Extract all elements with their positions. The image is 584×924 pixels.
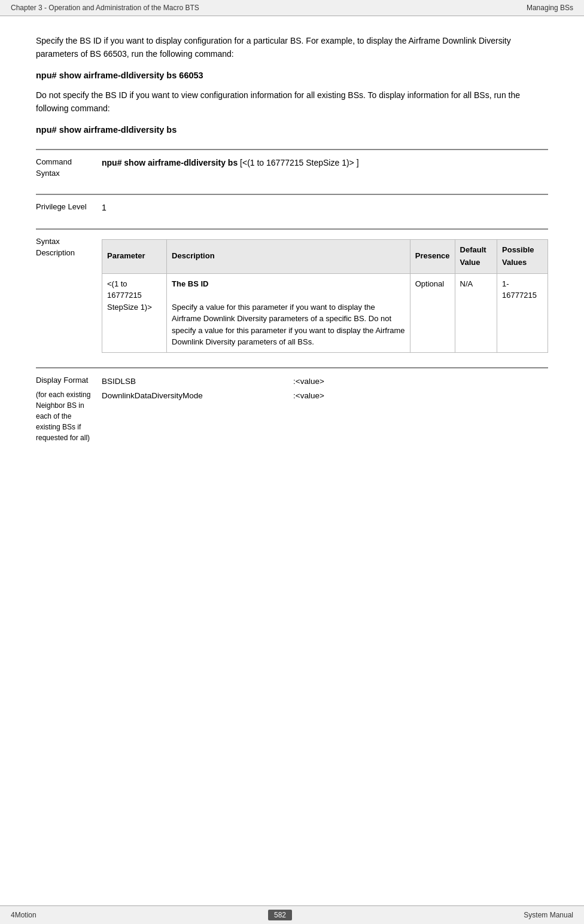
command-syntax-content: npu# show airframe-dldiversity bs [<(1 t… <box>102 156 548 179</box>
col-parameter: Parameter <box>102 239 167 273</box>
col-presence: Presence <box>410 239 455 273</box>
footer-right: System Manual <box>524 911 573 919</box>
command-2: npu# show airframe-dldiversity bs <box>36 125 548 135</box>
footer-page-number: 582 <box>268 910 292 920</box>
display-value: :<value> <box>293 374 324 389</box>
display-format-label: Display Format (for each existing Neighb… <box>36 374 102 444</box>
command-syntax-suffix: [<(1 to 16777215 StepSize 1)> ] <box>240 158 358 167</box>
syntax-description-label: Syntax Description <box>36 236 102 353</box>
display-field: BSIDLSB <box>102 374 257 389</box>
cell-presence: Optional <box>410 273 455 352</box>
command-syntax-section: Command Syntax npu# show airframe-dldive… <box>36 149 548 179</box>
cell-description: The BS IDSpecify a value for this parame… <box>167 273 410 352</box>
cell-possible: 1-16777215 <box>497 273 548 352</box>
display-line: BSIDLSB:<value> <box>102 374 548 389</box>
page-footer: 4Motion 582 System Manual <box>0 905 584 924</box>
cell-parameter: <(1 to 16777215 StepSize 1)> <box>102 273 167 352</box>
col-possible: Possible Values <box>497 239 548 273</box>
display-value: :<value> <box>293 389 324 403</box>
col-description: Description <box>167 239 410 273</box>
cell-default: N/A <box>455 273 497 352</box>
param-table: Parameter Description Presence Default V… <box>102 239 548 353</box>
display-format-section: Display Format (for each existing Neighb… <box>36 367 548 444</box>
main-content: Specify the BS ID if you want to display… <box>0 16 584 491</box>
display-field: DownlinkDataDiversityMode <box>102 389 257 403</box>
display-format-sublabel: (for each existing Neighbor BS in each o… <box>36 389 96 443</box>
table-header-row: Parameter Description Presence Default V… <box>102 239 548 273</box>
display-line: DownlinkDataDiversityMode:<value> <box>102 389 548 403</box>
header-left: Chapter 3 - Operation and Administration… <box>11 4 199 12</box>
privilege-level-value: 1 <box>102 201 548 214</box>
command-1: npu# show airframe-dldiversity bs 66053 <box>36 71 548 80</box>
syntax-description-content: Parameter Description Presence Default V… <box>102 236 548 353</box>
syntax-description-section: Syntax Description Parameter Description… <box>36 228 548 353</box>
display-format-content: BSIDLSB:<value>DownlinkDataDiversityMode… <box>102 374 548 444</box>
intro-para-1: Specify the BS ID if you want to display… <box>36 34 548 61</box>
page-header: Chapter 3 - Operation and Administration… <box>0 0 584 16</box>
header-right: Managing BSs <box>527 4 573 12</box>
table-row: <(1 to 16777215 StepSize 1)>The BS IDSpe… <box>102 273 548 352</box>
intro-para-2: Do not specify the BS ID if you want to … <box>36 89 548 115</box>
footer-left: 4Motion <box>11 911 36 919</box>
command-syntax-label: Command Syntax <box>36 156 102 179</box>
privilege-level-section: Privilege Level 1 <box>36 194 548 214</box>
privilege-level-label: Privilege Level <box>36 201 102 214</box>
command-syntax-value: npu# show airframe-dldiversity bs <box>102 158 238 167</box>
col-default: Default Value <box>455 239 497 273</box>
